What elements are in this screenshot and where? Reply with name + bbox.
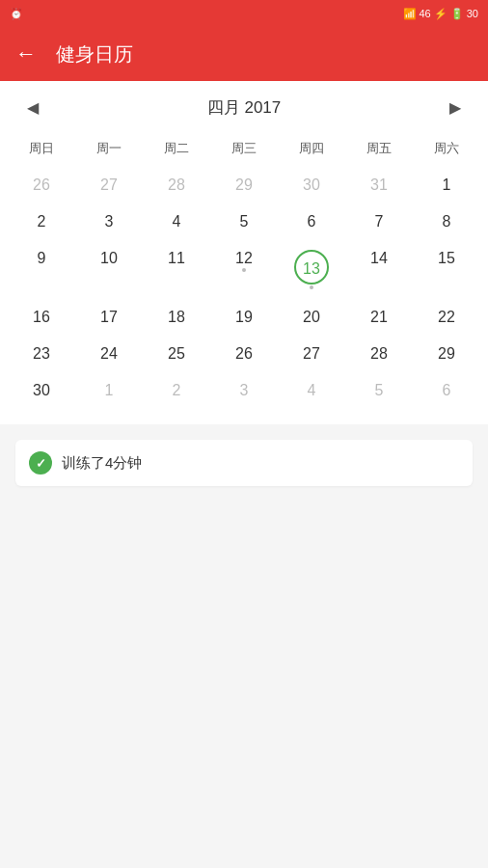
day-number: 7	[375, 213, 384, 230]
day-number: 12	[235, 250, 253, 266]
day-header-fri: 周五	[345, 134, 413, 163]
calendar-day[interactable]: 9	[8, 240, 75, 299]
calendar-day[interactable]: 18	[143, 299, 210, 336]
calendar-day[interactable]: 19	[210, 299, 278, 336]
day-number: 1	[105, 382, 114, 398]
calendar-day[interactable]: 28	[143, 167, 210, 203]
calendar-day[interactable]: 27	[278, 336, 345, 372]
day-number: 25	[168, 345, 185, 362]
day-number: 6	[443, 382, 451, 398]
calendar-day[interactable]: 27	[75, 167, 143, 203]
day-number: 31	[370, 176, 388, 193]
day-number: 10	[100, 250, 118, 266]
calendar-day[interactable]: 4	[278, 372, 345, 409]
calendar-day[interactable]: 4	[143, 203, 210, 240]
calendar-container: ◀ 四月 2017 ▶ 周日 周一 周二 周三 周四 周五 周六 2627282…	[0, 81, 488, 424]
calendar-day[interactable]: 25	[143, 336, 210, 372]
calendar-day[interactable]: 30	[278, 167, 345, 203]
calendar-day[interactable]: 26	[8, 167, 75, 203]
calendar-day[interactable]: 26	[210, 336, 278, 372]
calendar-day[interactable]: 1	[413, 167, 480, 203]
day-number: 19	[235, 309, 253, 325]
calendar-day[interactable]: 2	[143, 372, 210, 409]
calendar-day[interactable]: 29	[413, 336, 480, 372]
calendar-day[interactable]: 6	[278, 203, 345, 240]
month-navigation: ◀ 四月 2017 ▶	[0, 81, 488, 134]
day-number: 21	[370, 309, 388, 325]
day-number: 3	[240, 382, 249, 398]
calendar-day[interactable]: 14	[345, 240, 413, 299]
day-number: 29	[438, 345, 455, 362]
day-number: 13	[294, 250, 329, 285]
day-header-wed: 周三	[210, 134, 278, 163]
status-right: 📶 46 ⚡ 🔋 30	[403, 8, 479, 20]
next-month-button[interactable]: ▶	[442, 95, 469, 121]
day-number: 22	[438, 309, 455, 325]
calendar-day[interactable]: 2	[8, 203, 75, 240]
battery-level: 30	[467, 8, 478, 19]
calendar-day[interactable]: 23	[8, 336, 75, 372]
back-button[interactable]: ←	[15, 41, 37, 67]
signal-type: 46	[420, 8, 431, 19]
activity-item: 训练了4分钟	[15, 440, 473, 486]
calendar-day[interactable]: 3	[75, 203, 143, 240]
charging-icon: ⚡	[434, 8, 447, 20]
calendar-day[interactable]: 5	[210, 203, 278, 240]
activity-dot	[310, 285, 313, 289]
day-number: 17	[100, 309, 118, 325]
calendar-day[interactable]: 3	[210, 372, 278, 409]
calendar-day[interactable]: 31	[345, 167, 413, 203]
day-number: 2	[38, 213, 46, 230]
calendar-day[interactable]: 17	[75, 299, 143, 336]
calendar-day[interactable]: 28	[345, 336, 413, 372]
calendar-day[interactable]: 5	[345, 372, 413, 409]
day-number: 14	[370, 250, 388, 266]
day-number: 8	[443, 213, 451, 230]
calendar-day[interactable]: 11	[143, 240, 210, 299]
calendar-grid: 2627282930311234567891011121314151617181…	[0, 167, 488, 409]
signal-strength-icon: 📶	[403, 8, 417, 20]
calendar-day[interactable]: 13	[278, 240, 345, 299]
day-headers-row: 周日 周一 周二 周三 周四 周五 周六	[0, 134, 488, 163]
day-number: 26	[235, 345, 253, 362]
day-number: 27	[303, 345, 320, 362]
calendar-day[interactable]: 30	[8, 372, 75, 409]
app-header: ← 健身日历	[0, 27, 488, 81]
day-number: 9	[38, 250, 46, 266]
status-left: ⏰	[10, 8, 399, 20]
calendar-day[interactable]: 22	[413, 299, 480, 336]
status-bar: ⏰ 📶 46 ⚡ 🔋 30	[0, 0, 488, 27]
calendar-day[interactable]: 21	[345, 299, 413, 336]
calendar-day[interactable]: 8	[413, 203, 480, 240]
month-year-label: 四月 2017	[207, 96, 282, 119]
day-number: 5	[375, 382, 384, 398]
calendar-day[interactable]: 16	[8, 299, 75, 336]
calendar-day[interactable]: 1	[75, 372, 143, 409]
day-number: 4	[173, 213, 181, 230]
calendar-day[interactable]: 6	[413, 372, 480, 409]
day-header-tue: 周二	[143, 134, 210, 163]
calendar-day[interactable]: 10	[75, 240, 143, 299]
prev-month-button[interactable]: ◀	[19, 95, 46, 121]
calendar-day[interactable]: 7	[345, 203, 413, 240]
activity-check-icon	[29, 451, 52, 475]
day-number: 26	[33, 176, 50, 193]
battery-icon: 🔋	[450, 8, 464, 20]
calendar-day[interactable]: 24	[75, 336, 143, 372]
calendar-day[interactable]: 12	[210, 240, 278, 299]
day-number: 27	[100, 176, 118, 193]
day-header-thu: 周四	[278, 134, 345, 163]
day-number: 28	[370, 345, 388, 362]
calendar-day[interactable]: 20	[278, 299, 345, 336]
day-number: 5	[240, 213, 249, 230]
day-number: 29	[235, 176, 253, 193]
calendar-day[interactable]: 15	[413, 240, 480, 299]
day-header-sun: 周日	[8, 134, 75, 163]
day-number: 20	[303, 309, 320, 325]
day-number: 2	[173, 382, 181, 398]
day-number: 6	[308, 213, 316, 230]
day-number: 1	[443, 176, 451, 193]
day-number: 24	[100, 345, 118, 362]
calendar-day[interactable]: 29	[210, 167, 278, 203]
activity-dot	[242, 268, 246, 272]
